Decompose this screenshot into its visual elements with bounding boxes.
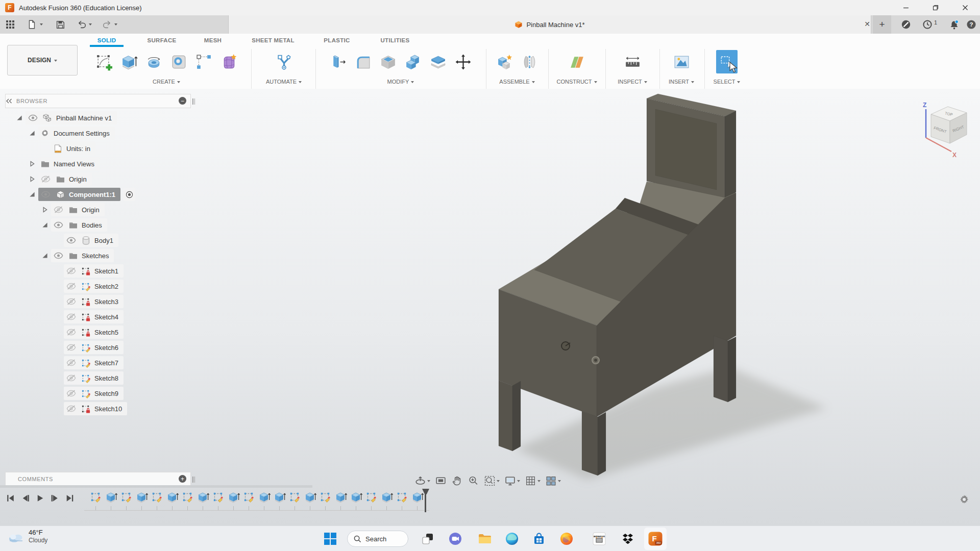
- workspace-selector[interactable]: DESIGN: [7, 45, 78, 76]
- help-icon[interactable]: ?: [966, 19, 977, 30]
- timeline-feature-sketch[interactable]: [182, 491, 194, 503]
- grid-display-tool[interactable]: [525, 475, 541, 487]
- comments-add-icon[interactable]: +: [179, 475, 186, 483]
- press-pull-button[interactable]: [328, 50, 349, 73]
- visibility-off-icon[interactable]: [65, 267, 77, 274]
- taskbar-app-fusion-360[interactable]: F360: [644, 528, 667, 550]
- browser-panel-grip[interactable]: [192, 98, 195, 105]
- timeline-feature-sketch[interactable]: [289, 491, 301, 503]
- browser-row-body1[interactable]: Body1: [5, 233, 199, 248]
- look-at-tool[interactable]: [435, 475, 447, 487]
- app-grid-icon[interactable]: [4, 19, 16, 30]
- visibility-on-icon[interactable]: [52, 252, 64, 259]
- collapse-panel-icon[interactable]: [6, 98, 12, 104]
- browser-row-sketch8[interactable]: Sketch8: [5, 370, 199, 386]
- pattern-button[interactable]: [193, 50, 215, 73]
- browser-row-document-settings[interactable]: Document Settings: [5, 126, 199, 141]
- timeline-settings-gear-icon[interactable]: [960, 495, 969, 504]
- collapse-arrow-icon[interactable]: [13, 115, 26, 121]
- search-input[interactable]: Search: [347, 531, 408, 547]
- timeline-feature-extrude[interactable]: [274, 491, 286, 503]
- extrude-button[interactable]: [118, 50, 140, 73]
- start-button[interactable]: [323, 532, 337, 546]
- taskbar-app-file-explorer[interactable]: [477, 532, 492, 546]
- group-label-insert[interactable]: INSERT: [660, 77, 702, 87]
- browser-row-sketch9[interactable]: Sketch9: [5, 386, 199, 401]
- timeline-feature-extrude[interactable]: [258, 491, 271, 503]
- timeline-feature-sketch[interactable]: [120, 491, 133, 503]
- ribbon-tab-solid[interactable]: SOLID: [90, 34, 124, 47]
- activate-component-radio[interactable]: [123, 188, 135, 201]
- view-cube[interactable]: Z X TOP FRONT RIGHT: [923, 102, 967, 159]
- visibility-on-icon[interactable]: [52, 221, 64, 229]
- collapse-arrow-icon[interactable]: [26, 191, 38, 197]
- revolve-button[interactable]: [143, 50, 165, 73]
- visibility-off-icon[interactable]: [65, 298, 77, 305]
- taskbar-app-firefox[interactable]: [559, 532, 574, 546]
- browser-row-sketch4[interactable]: Sketch4: [5, 309, 199, 324]
- taskbar-app-edge[interactable]: [505, 532, 519, 546]
- taskbar-app-microsoft-store[interactable]: [532, 532, 546, 546]
- timeline-feature-sketch[interactable]: [243, 491, 255, 503]
- visibility-off-icon[interactable]: [39, 176, 52, 183]
- timeline-feature-sketch[interactable]: [212, 491, 225, 503]
- visibility-off-icon[interactable]: [52, 206, 64, 213]
- comments-panel-grip[interactable]: [192, 477, 195, 483]
- visibility-off-icon[interactable]: [65, 390, 77, 397]
- collapse-arrow-icon[interactable]: [26, 130, 38, 136]
- timeline-feature-extrude[interactable]: [381, 491, 393, 503]
- timeline-feature-extrude[interactable]: [304, 491, 316, 503]
- visibility-off-icon[interactable]: [65, 344, 77, 351]
- ribbon-tab-utilities[interactable]: UTILITIES: [377, 34, 413, 47]
- ribbon-tab-mesh[interactable]: MESH: [199, 34, 227, 47]
- move-button[interactable]: [453, 50, 474, 73]
- file-menu-icon[interactable]: [26, 19, 38, 30]
- group-label-modify[interactable]: MODIFY: [317, 77, 484, 87]
- ribbon-tab-sheet-metal[interactable]: SHEET METAL: [248, 34, 298, 47]
- minimize-button[interactable]: [891, 0, 921, 15]
- insert-canvas-button[interactable]: [671, 50, 692, 73]
- timeline-feature-extrude[interactable]: [228, 491, 240, 503]
- browser-row-origin[interactable]: Origin: [5, 171, 199, 187]
- split-body-button[interactable]: [428, 50, 449, 73]
- joint-button[interactable]: [519, 50, 541, 73]
- browser-row-units-in[interactable]: Units: in: [5, 141, 199, 156]
- undo-dropdown[interactable]: [89, 23, 92, 27]
- timeline-feature-extrude[interactable]: [350, 491, 362, 503]
- visibility-on-icon[interactable]: [65, 237, 77, 244]
- visibility-off-icon[interactable]: [65, 405, 77, 412]
- comments-header[interactable]: COMMENTS +: [5, 472, 191, 486]
- timeline-step-forward-button[interactable]: [50, 493, 60, 503]
- redo-icon[interactable]: [101, 19, 113, 30]
- browser-row-bodies[interactable]: Bodies: [5, 217, 199, 233]
- timeline-feature-extrude[interactable]: [335, 491, 347, 503]
- timeline-feature-sketch[interactable]: [151, 491, 163, 503]
- create-sketch-button[interactable]: [93, 50, 115, 73]
- ribbon-tab-plastic[interactable]: PLASTIC: [320, 34, 354, 47]
- viewports-tool[interactable]: [545, 475, 561, 487]
- timeline-feature-sketch[interactable]: [396, 491, 408, 503]
- visibility-off-icon[interactable]: [65, 374, 77, 382]
- taskbar-app-amazon[interactable]: amazon: [592, 532, 606, 546]
- notification-bell-icon[interactable]: [948, 19, 960, 30]
- create-form-button[interactable]: [218, 50, 240, 73]
- timeline-step-back-button[interactable]: [20, 493, 30, 503]
- timeline-feature-extrude[interactable]: [166, 491, 179, 503]
- maximize-button[interactable]: [921, 0, 950, 15]
- close-document-icon[interactable]: ✕: [862, 18, 873, 30]
- timeline-go-to-start-button[interactable]: [5, 493, 15, 503]
- browser-row-sketch5[interactable]: Sketch5: [5, 324, 199, 340]
- save-icon[interactable]: [54, 19, 66, 30]
- browser-row-sketch2[interactable]: Sketch2: [5, 279, 199, 294]
- expand-arrow-icon[interactable]: [39, 207, 51, 213]
- group-label-select[interactable]: SELECT: [705, 77, 748, 87]
- visibility-on-icon[interactable]: [39, 191, 52, 198]
- expand-arrow-icon[interactable]: [26, 161, 38, 167]
- fillet-button[interactable]: [353, 50, 374, 73]
- group-label-inspect[interactable]: INSPECT: [607, 77, 657, 87]
- browser-row-component1-1[interactable]: Component1:1: [5, 187, 199, 202]
- expand-arrow-icon[interactable]: [26, 176, 38, 182]
- file-menu-dropdown[interactable]: [40, 23, 43, 27]
- extensions-icon[interactable]: [900, 19, 912, 30]
- timeline-scrollbar[interactable]: [0, 485, 312, 488]
